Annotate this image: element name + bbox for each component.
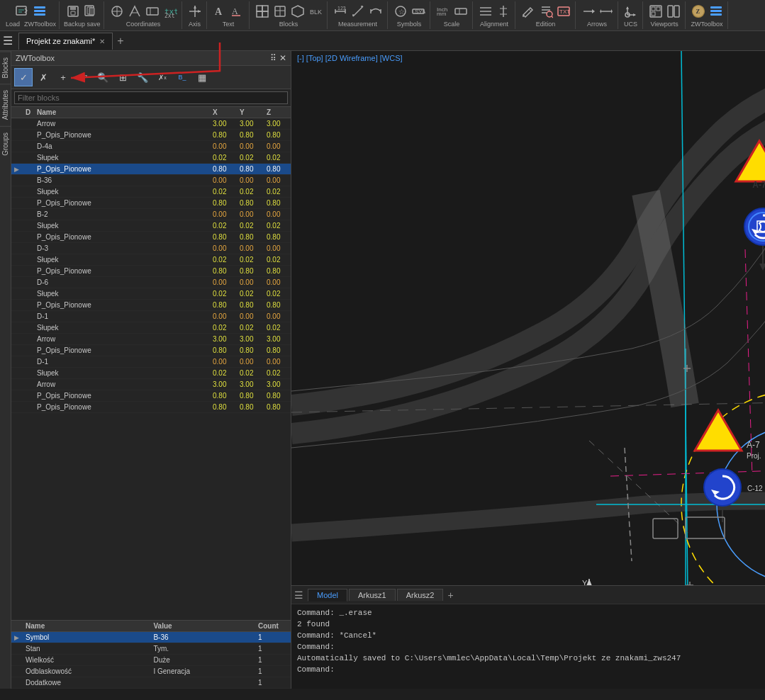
table-row[interactable]: P_Opis_Pionowe 0.80 0.80 0.80: [11, 345, 291, 356]
attr-row[interactable]: Odblaskowość I Generacja 1: [11, 666, 291, 677]
vp-icon2[interactable]: [665, 3, 682, 20]
meas-icon3[interactable]: [367, 3, 384, 20]
axis-icon1[interactable]: [186, 3, 203, 20]
coord-icon3[interactable]: [144, 3, 161, 20]
blocks-icon3[interactable]: [289, 3, 306, 20]
table-row[interactable]: Słupek 0.02 0.02 0.02: [11, 186, 291, 198]
backup-icon2[interactable]: [82, 3, 99, 20]
attr-row[interactable]: Stan Tym. 1: [11, 643, 291, 655]
model-tab-add-button[interactable]: +: [447, 589, 453, 601]
meas-icon1[interactable]: 123: [332, 3, 349, 20]
blocks-icon2[interactable]: [272, 3, 289, 20]
table-row[interactable]: P_Opis_Pionowe 0.80 0.80 0.80: [11, 390, 291, 402]
table-row[interactable]: B-2 0.00 0.00 0.00: [11, 209, 291, 220]
table-row[interactable]: P_Opis_Pionowe 0.80 0.80 0.80: [11, 232, 291, 243]
tab-close-button[interactable]: ✕: [99, 38, 105, 45]
filter-input[interactable]: [14, 91, 288, 104]
table-row[interactable]: Arrow 3.00 3.00 3.00: [11, 379, 291, 390]
table-row[interactable]: P_Opis_Pionowe 0.80 0.80 0.80: [11, 266, 291, 277]
edit-icon2[interactable]: [537, 3, 554, 20]
zwbtn-check[interactable]: ✓: [14, 68, 33, 86]
model-tab-arkusz2[interactable]: Arkusz2: [397, 589, 444, 601]
table-row[interactable]: Słupek 0.02 0.02 0.02: [11, 288, 291, 300]
ucs-label: UCS: [624, 21, 637, 28]
zwbtn-search[interactable]: 🔍: [94, 68, 112, 86]
attr-row[interactable]: ▶ Symbol B-36 1: [11, 632, 291, 643]
backup-icon1[interactable]: [65, 3, 82, 20]
text-icon1[interactable]: A: [211, 3, 228, 20]
table-row[interactable]: P_Opis_Pionowe 0.80 0.80 0.80: [11, 402, 291, 413]
table-row[interactable]: B-36 0.00 0.00 0.00: [11, 175, 291, 186]
sidebar-item-blocks[interactable]: Blocks: [0, 51, 11, 84]
ucs-icon1[interactable]: [622, 3, 640, 20]
zwpanel-close-icon[interactable]: ✕: [279, 53, 286, 63]
sym-icon1[interactable]: ☆: [392, 3, 409, 20]
table-row[interactable]: Arrow 3.00 3.00 3.00: [11, 334, 291, 345]
table-row[interactable]: D-6 0.00 0.00 0.00: [11, 277, 291, 288]
zw-right-icon1[interactable]: Z: [690, 3, 707, 20]
coord-label: Coordinates: [126, 21, 161, 28]
tab-add-button[interactable]: +: [117, 35, 123, 47]
table-row[interactable]: D-4a 0.00 0.00 0.00: [11, 141, 291, 152]
zwbtn-cancel[interactable]: ✗: [34, 68, 52, 86]
table-row[interactable]: ▶ P_Opis_Pionowe 0.80 0.80 0.80: [11, 164, 291, 175]
zwbtn-numbering[interactable]: 1²³: [74, 68, 92, 86]
meas-icon2[interactable]: [350, 3, 367, 20]
table-row[interactable]: Arrow 3.00 3.00 3.00: [11, 118, 291, 130]
zwbtn-settings[interactable]: 🔧: [133, 68, 152, 86]
attr-row[interactable]: Dodatkowe 1: [11, 677, 291, 689]
row-d: [23, 186, 34, 198]
table-row[interactable]: P_Opis_Pionowe 0.80 0.80 0.80: [11, 198, 291, 209]
sidebar-item-attributes[interactable]: Attributes: [0, 84, 11, 125]
row-d: [23, 311, 34, 322]
scale-icon1[interactable]: Inchmm: [435, 3, 452, 20]
load-icon[interactable]: [13, 3, 30, 20]
zwbtn-delete[interactable]: ✗x: [153, 68, 172, 86]
menu-icon[interactable]: ☰: [3, 34, 13, 47]
model-tab-model[interactable]: Model: [308, 589, 347, 602]
table-row[interactable]: D-3 0.00 0.00 0.00: [11, 243, 291, 254]
table-row[interactable]: Słupek 0.02 0.02 0.02: [11, 220, 291, 232]
arrow-icon2[interactable]: [598, 3, 615, 20]
zwpanel-move-icon[interactable]: ⠿: [270, 53, 277, 63]
scale-icon2[interactable]: [452, 3, 469, 20]
backup-label: Backup save: [64, 21, 101, 28]
table-row[interactable]: P_Opis_Pionowe 0.80 0.80 0.80: [11, 300, 291, 311]
vp-icon1[interactable]: [647, 3, 664, 20]
table-row[interactable]: Słupek 0.02 0.02 0.02: [11, 254, 291, 266]
align-icon1[interactable]: [477, 3, 494, 20]
tab-projekt[interactable]: Projekt ze znakami* ✕: [18, 33, 113, 50]
coord-icon2[interactable]: [126, 3, 143, 20]
coord-icon4[interactable]: txt2xt: [162, 3, 179, 20]
blocks-icon1[interactable]: [254, 3, 271, 20]
zwbtn-block-grid[interactable]: ▦: [193, 68, 211, 86]
blocks-icon4[interactable]: BLK: [307, 3, 324, 20]
table-row[interactable]: D-1 0.00 0.00 0.00: [11, 356, 291, 368]
command-area[interactable]: Command: _.erase 2 found Command: *Cance…: [291, 604, 765, 689]
table-row[interactable]: Słupek 0.02 0.02 0.02: [11, 368, 291, 379]
table-row[interactable]: P_Opis_Pionowe 0.80 0.80 0.80: [11, 130, 291, 141]
align-icon2[interactable]: [495, 3, 512, 20]
zwbtn-add[interactable]: +: [54, 68, 72, 86]
model-tab-arkusz1[interactable]: Arkusz1: [349, 589, 396, 601]
edit-icon1[interactable]: [520, 3, 537, 20]
zwbtn-block-label[interactable]: B_: [173, 68, 191, 86]
edit-icon3[interactable]: TXT: [555, 3, 572, 20]
arrow-icon1[interactable]: [580, 3, 597, 20]
zwbtn-grid[interactable]: ⊞: [113, 68, 132, 86]
text-icon2[interactable]: A: [229, 3, 246, 20]
coord-icon1[interactable]: [108, 3, 125, 20]
attr-row[interactable]: Wielkość Duże 1: [11, 655, 291, 666]
sidebar-item-groups[interactable]: Groups: [0, 126, 11, 162]
sym-icon2[interactable]: SYM: [410, 3, 427, 20]
table-row[interactable]: Słupek 0.02 0.02 0.02: [11, 322, 291, 334]
table-row[interactable]: Słupek 0.02 0.02 0.02: [11, 152, 291, 164]
attr-row-expand: [11, 666, 23, 677]
zw-right-icon2[interactable]: [708, 3, 725, 20]
zwtoolbox-icon1[interactable]: [31, 3, 48, 20]
table-row[interactable]: D-1 0.00 0.00 0.00: [11, 311, 291, 322]
attr-row-expand: [11, 677, 23, 689]
model-menu-icon[interactable]: ☰: [294, 589, 303, 601]
block-table-wrap[interactable]: D Name X Y Z Arrow 3.00 3.00 3.00 P_Opis…: [11, 107, 291, 620]
svg-rect-2: [34, 13, 45, 16]
